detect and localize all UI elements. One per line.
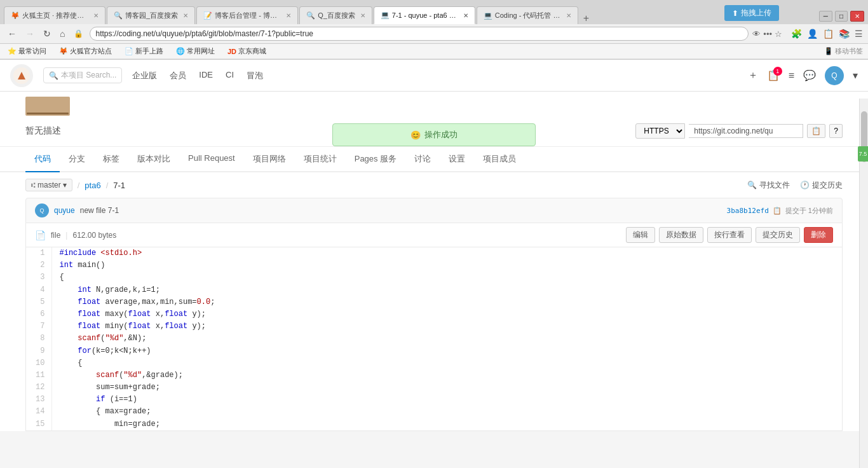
tab-firefox[interactable]: 🦊 火狐主页 · 推荐使用 Fire... ✕ xyxy=(4,6,105,24)
upload-bar[interactable]: ⬆ 拖拽上传 xyxy=(724,5,779,21)
edit-file-button[interactable]: 编辑 xyxy=(626,227,655,243)
tab-blog-admin[interactable]: 📝 博客后台管理 - 博客园 ✕ xyxy=(196,6,298,24)
bookmark-list-icon[interactable]: 📚 xyxy=(839,29,850,39)
tab-label-2: 博客园_百度搜索 xyxy=(125,11,178,20)
tab-close-1[interactable]: ✕ xyxy=(93,12,98,19)
table-row: 6 float maxy(float x,float y); xyxy=(26,308,842,320)
reader-icon[interactable]: 👁 xyxy=(752,29,761,39)
protocol-select[interactable]: HTTPS SSH xyxy=(635,123,685,139)
commit-hash[interactable]: 3ba8b12efd xyxy=(727,207,769,215)
bookmark-label-jd: 京东商城 xyxy=(238,46,266,56)
extensions-icon[interactable]: 🧩 xyxy=(791,29,802,39)
mobile-bookmark[interactable]: 📱 移动书签 xyxy=(824,46,863,56)
tab-version-compare[interactable]: 版本对比 xyxy=(128,147,179,172)
more-icon[interactable]: ••• xyxy=(763,29,772,39)
tab-label-3: 博客后台管理 - 博客园 xyxy=(215,11,281,20)
add-button[interactable]: ＋ xyxy=(748,69,758,82)
tab-branch[interactable]: 分支 xyxy=(60,147,94,172)
nav-member[interactable]: 会员 xyxy=(170,67,186,84)
tab-close-5[interactable]: ✕ xyxy=(463,12,468,19)
app-logo[interactable] xyxy=(10,64,33,87)
breadcrumb-path1[interactable]: pta6 xyxy=(85,181,100,190)
breadcrumb-sep-2: / xyxy=(106,181,109,190)
commit-history-action[interactable]: 🕐 提交历史 xyxy=(800,180,843,191)
nav-right: ＋ 📋 1 ≡ 💬 Q ▾ xyxy=(748,66,858,85)
coding-app: 🔍 本项目 Search... 企业版 会员 IDE CI 冒泡 ＋ 📋 1 ≡… xyxy=(0,60,868,431)
notifications-button[interactable]: 📋 1 xyxy=(767,69,780,81)
commit-author-name[interactable]: quyue xyxy=(54,206,75,215)
tab-q-baidu[interactable]: 🔍 Q_百度搜索 ✕ xyxy=(299,6,372,24)
tab-close-6[interactable]: ✕ xyxy=(566,12,571,19)
tab-baidu-blog-search[interactable]: 🔍 博客园_百度搜索 ✕ xyxy=(107,6,195,24)
line-number: 11 xyxy=(26,369,51,382)
dropdown-button[interactable]: ▾ xyxy=(853,69,858,81)
tab-project-stats[interactable]: 项目统计 xyxy=(295,147,346,172)
bookmark-label-firefox: 火狐官方站点 xyxy=(70,46,112,56)
find-file-action[interactable]: 🔍 寻找文件 xyxy=(747,180,790,191)
branch-icon: ⑆ xyxy=(31,181,36,189)
bookmark-most-visited[interactable]: ⭐ 最常访问 xyxy=(5,45,49,57)
home-button[interactable]: ⌂ xyxy=(57,27,67,40)
sync-icon[interactable]: 👤 xyxy=(807,29,818,39)
line-code: if (i==1) xyxy=(51,394,842,406)
branch-name: master xyxy=(37,181,61,189)
project-search[interactable]: 🔍 本项目 Search... xyxy=(43,67,122,83)
back-button[interactable]: ← xyxy=(5,27,19,40)
tab-close-3[interactable]: ✕ xyxy=(286,12,291,19)
tab-project-network[interactable]: 项目网络 xyxy=(244,147,295,172)
firefox-icon: 🦊 xyxy=(59,47,68,55)
raw-data-button[interactable]: 原始数据 xyxy=(659,227,703,243)
menu-icon[interactable]: ☰ xyxy=(855,29,863,39)
refresh-button[interactable]: ↻ xyxy=(41,27,53,40)
toolbar-right: 🧩 👤 📋 📚 ☰ xyxy=(791,29,863,39)
nav-enterprise[interactable]: 企业版 xyxy=(132,67,157,84)
green-indicator: 7.5 xyxy=(858,146,868,162)
file-type-icon: 📄 xyxy=(35,230,46,240)
branch-selector[interactable]: ⑆ master ▾ xyxy=(25,179,72,191)
copy-url-button[interactable]: 📋 xyxy=(807,124,825,138)
chat-button[interactable]: 💬 xyxy=(803,69,816,81)
copy-hash-icon[interactable]: 📋 xyxy=(773,207,782,215)
new-tab-button[interactable]: + xyxy=(580,13,593,24)
project-image-area xyxy=(0,92,868,116)
blame-button[interactable]: 按行查看 xyxy=(707,227,752,243)
bookmark-firefox-official[interactable]: 🦊 火狐官方站点 xyxy=(57,45,114,57)
line-code: sum=sum+grade; xyxy=(51,382,842,394)
file-history-button[interactable]: 提交历史 xyxy=(756,227,800,243)
table-row: 8 scanf("%d",&N); xyxy=(26,333,842,345)
address-input[interactable] xyxy=(90,27,749,41)
nav-ci[interactable]: CI xyxy=(226,67,234,84)
tab-code[interactable]: 代码 xyxy=(25,147,60,172)
tab-members[interactable]: 项目成员 xyxy=(474,147,525,172)
nav-mopao[interactable]: 冒泡 xyxy=(247,67,263,84)
tab-pull-request[interactable]: Pull Request xyxy=(179,147,244,172)
tab-coding-file[interactable]: 💻 7-1 - quyue - pta6 - Codin... ✕ xyxy=(374,6,475,24)
tab-coding-home[interactable]: 💻 Coding - 代码托管 项目管理... ✕ xyxy=(477,6,578,24)
branch-dropdown-icon: ▾ xyxy=(63,181,67,189)
tab-close-4[interactable]: ✕ xyxy=(360,12,365,19)
line-code: for(k=0;k<N;k++) xyxy=(51,345,842,357)
repo-url-input[interactable] xyxy=(689,124,803,138)
line-number: 12 xyxy=(26,382,51,394)
maximize-button[interactable]: □ xyxy=(835,11,848,22)
line-code: float miny(float x,float y); xyxy=(51,320,842,333)
table-row: 2int main() xyxy=(26,259,842,272)
history-icon[interactable]: 📋 xyxy=(823,29,834,39)
nav-ide[interactable]: IDE xyxy=(199,67,213,84)
bookmark-common-sites[interactable]: 🌐 常用网址 xyxy=(173,45,217,57)
bookmark-newbie[interactable]: 📄 新手上路 xyxy=(122,45,166,57)
tab-discussion[interactable]: 讨论 xyxy=(405,147,440,172)
tab-pages[interactable]: Pages 服务 xyxy=(346,147,405,172)
tab-settings[interactable]: 设置 xyxy=(440,147,474,172)
bookmark-jd[interactable]: JD 京东商城 xyxy=(225,45,269,57)
bookmark-star-icon[interactable]: ☆ xyxy=(775,29,782,39)
tab-tags[interactable]: 标签 xyxy=(94,147,128,172)
minimize-button[interactable]: ─ xyxy=(819,11,832,22)
help-button[interactable]: ? xyxy=(829,124,843,138)
close-window-button[interactable]: ✕ xyxy=(850,11,864,22)
delete-file-button[interactable]: 删除 xyxy=(804,227,833,243)
tab-close-2[interactable]: ✕ xyxy=(183,12,188,19)
forward-button[interactable]: → xyxy=(23,27,37,40)
user-avatar[interactable]: Q xyxy=(825,66,844,85)
menu-nav-button[interactable]: ≡ xyxy=(789,70,794,81)
